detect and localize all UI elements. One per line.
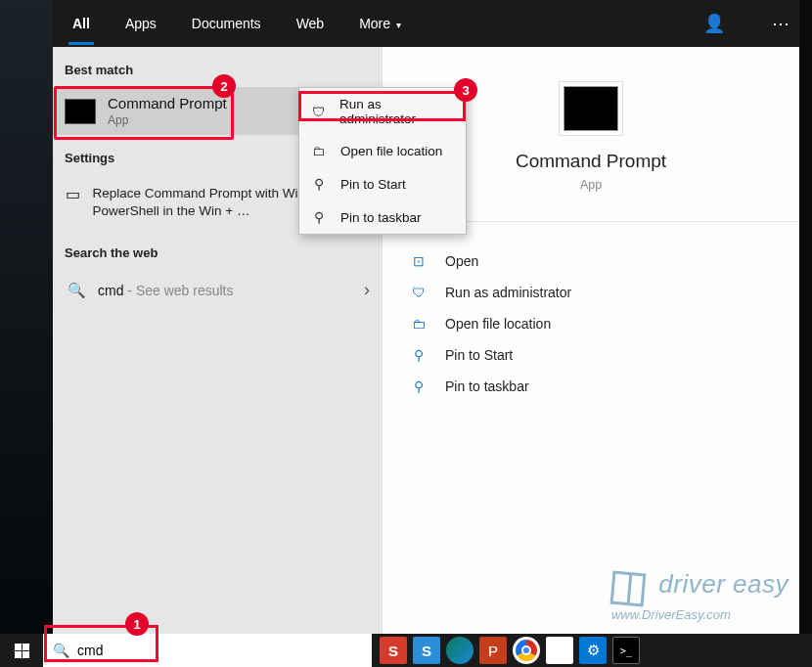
ctx-pin-taskbar[interactable]: ⚲Pin to taskbar xyxy=(299,200,466,234)
ctx-pin-start[interactable]: ⚲Pin to Start xyxy=(299,167,466,200)
search-icon: 🔍 xyxy=(65,282,88,299)
action-pin-start[interactable]: ⚲Pin to Start xyxy=(410,339,772,371)
preview-app-icon xyxy=(564,86,618,131)
taskbar-cmd-icon[interactable]: >_ xyxy=(612,637,640,664)
annotation-badge-3: 3 xyxy=(454,78,477,102)
taskbar: 🔍 S S P ⚙ >_ xyxy=(0,634,812,667)
action-pin-taskbar[interactable]: ⚲Pin to taskbar xyxy=(410,371,772,402)
tab-documents[interactable]: Documents xyxy=(188,2,265,45)
watermark: driver easy www.DriverEasy.com xyxy=(611,569,789,622)
shield-icon: 🛡 xyxy=(410,285,428,300)
pin-icon: ⚲ xyxy=(410,378,428,394)
taskbar-settings-icon[interactable]: ⚙ xyxy=(579,637,607,664)
context-menu: 🛡Run as administrator 🗀Open file locatio… xyxy=(298,87,467,235)
annotation-badge-1: 1 xyxy=(125,612,149,636)
folder-icon: 🗀 xyxy=(311,144,327,158)
taskbar-snagit-editor-icon[interactable]: S xyxy=(380,637,407,664)
options-ellipsis-icon[interactable]: ⋯ xyxy=(762,13,799,34)
action-open-location[interactable]: 🗀Open file location xyxy=(410,308,772,339)
tab-apps[interactable]: Apps xyxy=(121,2,160,45)
web-result-term: cmd xyxy=(98,283,123,298)
chevron-down-icon: ▾ xyxy=(396,20,401,30)
search-icon: 🔍 xyxy=(53,643,69,658)
action-run-admin[interactable]: 🛡Run as administrator xyxy=(410,277,772,308)
windows-logo-icon xyxy=(15,644,29,658)
desktop-background-strip xyxy=(0,0,53,634)
search-web-heading: Search the web xyxy=(53,230,382,270)
pin-icon: ⚲ xyxy=(311,209,327,225)
best-match-subtitle: App xyxy=(108,113,227,127)
tab-web[interactable]: Web xyxy=(293,2,329,45)
command-prompt-thumb-icon xyxy=(65,99,96,124)
pin-icon: ⚲ xyxy=(311,176,327,192)
watermark-cube-icon xyxy=(609,571,646,607)
web-result-suffix: - See web results xyxy=(123,283,233,298)
folder-icon: 🗀 xyxy=(410,316,428,332)
chevron-right-icon: › xyxy=(364,280,370,300)
action-open[interactable]: ⊡Open xyxy=(410,245,772,277)
feedback-icon[interactable]: 👤 xyxy=(694,13,735,34)
open-icon: ⊡ xyxy=(410,253,428,269)
pin-icon: ⚲ xyxy=(410,347,428,363)
taskbar-chrome-icon[interactable] xyxy=(513,637,540,664)
watermark-title: driver easy xyxy=(658,569,789,599)
tab-all[interactable]: All xyxy=(68,2,94,45)
taskbar-powerpoint-icon[interactable]: P xyxy=(479,637,507,664)
ctx-run-admin[interactable]: 🛡Run as administrator xyxy=(299,88,466,135)
best-match-title: Command Prompt xyxy=(108,95,227,111)
web-result-item[interactable]: 🔍 cmd - See web results › xyxy=(53,270,382,310)
watermark-url: www.DriverEasy.com xyxy=(611,607,789,622)
search-input[interactable] xyxy=(77,643,362,658)
shield-icon: 🛡 xyxy=(311,105,326,119)
taskbar-search-box[interactable]: 🔍 xyxy=(43,634,372,667)
taskbar-snagit-icon[interactable]: S xyxy=(413,637,440,664)
search-tabs: All Apps Documents Web More▾ 👤 ⋯ xyxy=(53,0,799,47)
annotation-badge-2: 2 xyxy=(212,74,236,98)
tab-more[interactable]: More▾ xyxy=(355,2,405,45)
taskbar-edge-icon[interactable] xyxy=(446,637,474,664)
start-button[interactable] xyxy=(0,634,43,667)
taskbar-slack-icon[interactable] xyxy=(546,637,573,664)
ctx-open-location[interactable]: 🗀Open file location xyxy=(299,135,466,167)
terminal-icon: ▭ xyxy=(65,185,80,203)
